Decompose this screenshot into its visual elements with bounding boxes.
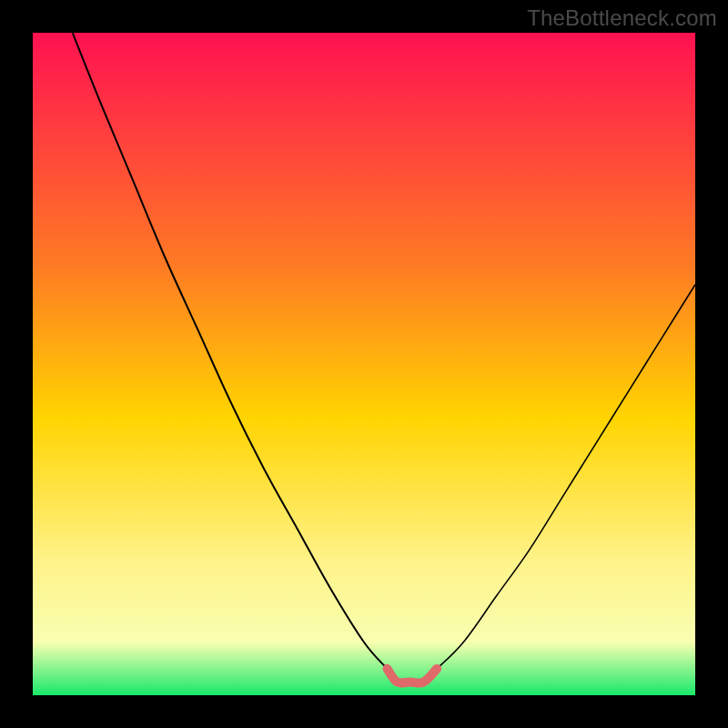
gradient-background	[33, 33, 695, 695]
watermark-text: TheBottleneck.com	[527, 5, 717, 31]
plot-area	[33, 33, 695, 695]
chart-frame: TheBottleneck.com	[0, 0, 728, 728]
plot-svg	[33, 33, 695, 695]
